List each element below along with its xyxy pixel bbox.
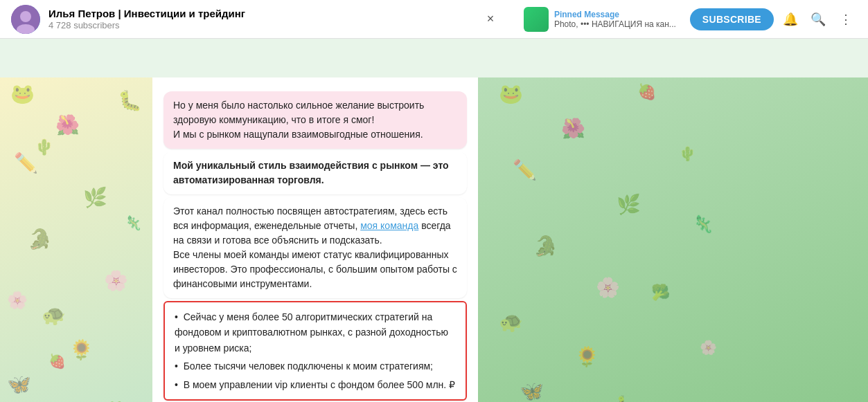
svg-point-1	[20, 11, 31, 22]
search-icon[interactable]: 🔍	[807, 8, 829, 30]
message-2: Мой уникальный стиль взаимодействия с ры…	[163, 152, 467, 194]
channel-name: Илья Петров | Инвестиции и трейдинг	[48, 8, 245, 20]
mute-icon[interactable]: 🔔	[779, 8, 801, 30]
pinned-message[interactable]: Pinned Message Photo, ••• НАВИГАЦИЯ на к…	[515, 3, 684, 36]
header-left: Илья Петров | Инвестиции и трейдинг 4 72…	[11, 5, 479, 34]
message-3: Этот канал полностью посвящен автострате…	[163, 197, 467, 298]
channel-info: Илья Петров | Инвестиции и трейдинг 4 72…	[48, 8, 245, 30]
left-background: 🐸 🌺 ✏️ 🌿 🐊 🌸 🐢 🌻 🦋 🍀 🐛 🌵 🦎 🌸 🍓	[0, 77, 152, 402]
highlighted-line-1: • Сейчас у меня более 50 алгоритмических…	[175, 309, 456, 356]
header-actions: SUBSCRIBE 🔔 🔍 ⋮	[690, 8, 857, 30]
more-icon[interactable]: ⋮	[835, 8, 857, 30]
highlighted-box: • Сейчас у меня более 50 алгоритмических…	[163, 301, 467, 401]
team-link[interactable]: моя команда	[360, 220, 418, 231]
highlighted-line-3: • В моем управлении vip клиенты с фондом…	[175, 377, 456, 392]
pinned-info: Pinned Message Photo, ••• НАВИГАЦИЯ на к…	[554, 10, 676, 29]
message-1: Но у меня было настолько сильное желание…	[163, 91, 467, 149]
avatar[interactable]	[11, 5, 40, 34]
pinned-label: Pinned Message	[554, 10, 676, 19]
chat-container[interactable]: Но у меня было настолько сильное желание…	[152, 77, 478, 402]
header: Илья Петров | Инвестиции и трейдинг 4 72…	[0, 0, 868, 39]
message-1-text: Но у меня было настолько сильное желание…	[173, 100, 424, 140]
pinned-text: Photo, ••• НАВИГАЦИЯ на кан...	[554, 19, 676, 29]
pinned-thumbnail	[524, 7, 549, 32]
content-area: 🐸 🌺 ✏️ 🌿 🐊 🌸 🐢 🌻 🦋 🍀 🐛 🌵 🦎 🌸 🍓 🐸 🌺 ✏️ 🌿 …	[0, 39, 868, 402]
close-button[interactable]: ×	[479, 8, 502, 30]
highlighted-line-2: • Более тысячи человек подключены к моим…	[175, 358, 456, 374]
message-3-text: Этот канал полностью посвящен автострате…	[173, 205, 457, 289]
subscribe-button[interactable]: SUBSCRIBE	[690, 8, 774, 30]
right-background: 🐸 🌺 ✏️ 🌿 🐊 🌸 🐢 🌻 🦋 🍓 🌵 🦎 🥦 🌸 🐛	[478, 77, 868, 402]
channel-subs: 4 728 subscribers	[48, 20, 245, 30]
message-2-text: Мой уникальный стиль взаимодействия с ры…	[173, 160, 449, 185]
